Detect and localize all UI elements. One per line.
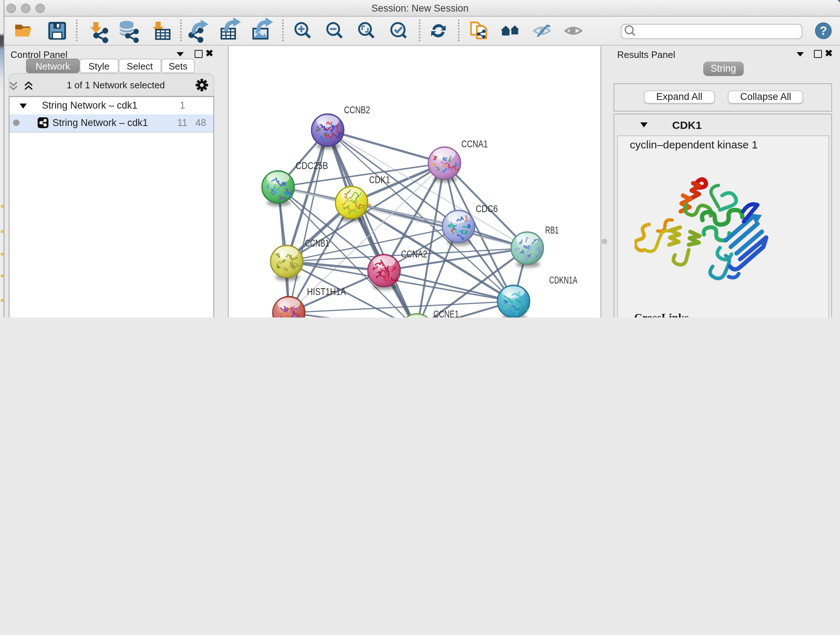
svg-text:HIST1H1A: HIST1H1A [306, 286, 346, 297]
svg-text:RB1: RB1 [545, 225, 558, 235]
svg-text:CDC6: CDC6 [475, 203, 497, 214]
svg-text:CCNB1: CCNB1 [305, 238, 329, 249]
svg-text:CCNA1: CCNA1 [461, 138, 488, 149]
svg-text:CCNE1: CCNE1 [433, 309, 459, 318]
svg-text:?: ? [820, 24, 827, 37]
svg-text:CDKN1A: CDKN1A [549, 274, 577, 285]
svg-text:CDC25B: CDC25B [295, 160, 328, 171]
svg-text:CCNA2: CCNA2 [401, 249, 427, 259]
svg-text:1 of 1 Network selected: 1 of 1 Network selected [66, 80, 165, 90]
svg-text:CCNB2: CCNB2 [344, 104, 370, 115]
svg-text:CDK1: CDK1 [369, 174, 390, 185]
